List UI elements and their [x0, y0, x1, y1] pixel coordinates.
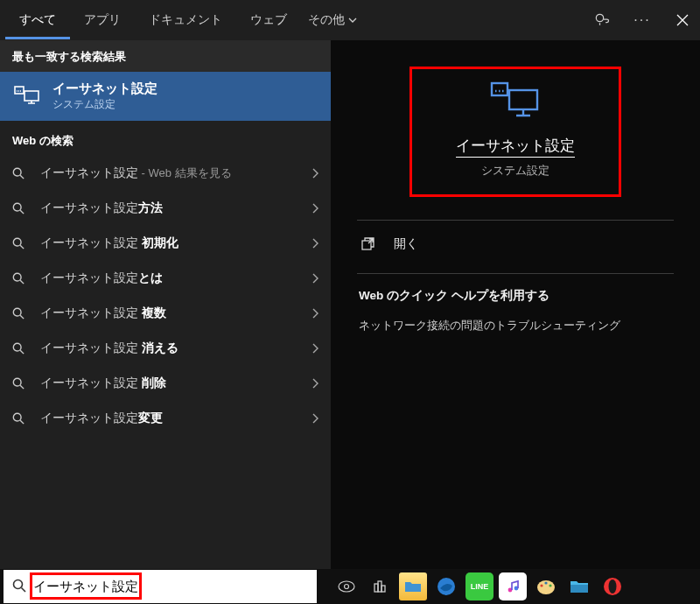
chevron-right-icon[interactable] — [312, 413, 318, 424]
section-web-search: Web の検索 — [0, 121, 331, 156]
web-suggestion-2[interactable]: イーサネット設定 初期化 — [0, 226, 331, 261]
cortana-icon[interactable] — [366, 572, 394, 600]
chevron-right-icon[interactable] — [312, 238, 318, 249]
feedback-button[interactable] — [590, 8, 614, 32]
search-icon — [12, 412, 30, 425]
web-suggestion-4[interactable]: イーサネット設定 複数 — [0, 296, 331, 331]
svg-point-15 — [339, 581, 354, 592]
search-icon — [12, 307, 30, 320]
web-suggestion-5[interactable]: イーサネット設定 消える — [0, 331, 331, 366]
opera-icon[interactable] — [598, 572, 626, 600]
web-suggestion-label: イーサネット設定方法 — [40, 200, 312, 216]
svg-point-4 — [13, 203, 21, 211]
svg-point-3 — [13, 168, 21, 176]
line-icon[interactable]: LINE — [466, 572, 494, 600]
svg-point-6 — [13, 273, 21, 281]
tab-documents[interactable]: ドキュメント — [135, 2, 236, 39]
results-panel: 最も一致する検索結果 イーサネット設定 システム設定 Web の検索 イーサネッ… — [0, 40, 331, 569]
web-suggestion-label: イーサネット設定とは — [40, 270, 312, 286]
preview-subtitle: システム設定 — [481, 163, 550, 179]
open-label: 開く — [394, 236, 418, 252]
svg-point-26 — [549, 584, 551, 586]
svg-point-25 — [544, 581, 547, 584]
task-view-icon[interactable] — [332, 572, 360, 600]
svg-rect-1 — [24, 91, 38, 101]
web-suggestion-1[interactable]: イーサネット設定方法 — [0, 191, 331, 226]
search-icon — [12, 342, 30, 355]
feedback-icon — [593, 11, 611, 29]
svg-point-29 — [609, 579, 617, 593]
open-icon — [360, 237, 378, 251]
options-button[interactable]: ··· — [630, 8, 654, 32]
svg-rect-2 — [15, 87, 24, 94]
web-suggestion-label: イーサネット設定 - Web 結果を見る — [40, 165, 312, 181]
svg-rect-19 — [382, 586, 385, 592]
svg-point-9 — [13, 378, 21, 386]
chevron-right-icon[interactable] — [312, 273, 318, 284]
web-suggestion-7[interactable]: イーサネット設定変更 — [0, 401, 331, 436]
svg-rect-12 — [492, 83, 508, 95]
section-best-match: 最も一致する検索結果 — [0, 40, 331, 72]
edge-icon[interactable] — [432, 572, 460, 600]
svg-point-14 — [14, 580, 23, 589]
close-button[interactable] — [670, 8, 695, 32]
svg-rect-27 — [570, 585, 588, 593]
web-suggestion-label: イーサネット設定 複数 — [40, 306, 312, 321]
search-icon — [12, 167, 30, 179]
tab-all[interactable]: すべて — [5, 2, 70, 39]
explorer-icon[interactable] — [399, 572, 427, 600]
search-tabs: すべて アプリ ドキュメント ウェブ その他 ··· — [0, 0, 700, 40]
tab-web[interactable]: ウェブ — [236, 2, 301, 39]
svg-point-16 — [345, 585, 349, 589]
best-match-title: イーサネット設定 — [52, 81, 158, 97]
more-icon: ··· — [634, 12, 650, 28]
paint-icon[interactable] — [532, 572, 560, 600]
best-match-item[interactable]: イーサネット設定 システム設定 — [0, 72, 331, 121]
chevron-right-icon[interactable] — [312, 203, 318, 214]
preview-panel: イーサネット設定 システム設定 開く Web のクイック ヘルプを利用する ネッ… — [331, 40, 700, 569]
svg-point-0 — [596, 14, 603, 21]
ethernet-settings-icon — [12, 81, 42, 111]
svg-point-7 — [13, 308, 21, 316]
chevron-down-icon — [348, 16, 357, 25]
web-suggestion-6[interactable]: イーサネット設定 削除 — [0, 366, 331, 401]
chevron-right-icon[interactable] — [312, 343, 318, 354]
web-suggestion-label: イーサネット設定 消える — [40, 341, 312, 356]
web-suggestion-label: イーサネット設定 初期化 — [40, 235, 312, 251]
web-suggestion-0[interactable]: イーサネット設定 - Web 結果を見る — [0, 156, 331, 191]
web-suggestion-label: イーサネット設定変更 — [40, 411, 312, 426]
close-icon — [676, 14, 689, 26]
folder-icon[interactable] — [565, 572, 593, 600]
search-icon — [12, 377, 30, 390]
svg-point-8 — [13, 343, 21, 351]
search-input[interactable] — [33, 573, 296, 600]
web-suggestion-label: イーサネット設定 削除 — [40, 376, 312, 391]
itunes-icon[interactable] — [499, 572, 527, 600]
web-suggestion-3[interactable]: イーサネット設定とは — [0, 261, 331, 296]
search-icon — [12, 237, 30, 249]
chevron-right-icon[interactable] — [312, 168, 318, 179]
svg-point-5 — [13, 238, 21, 246]
search-icon — [12, 579, 26, 593]
taskbar-search[interactable] — [4, 570, 317, 603]
quick-help-item[interactable]: ネットワーク接続の問題のトラブルシューティング — [357, 316, 674, 342]
preview-title: イーサネット設定 — [456, 136, 575, 158]
best-match-subtitle: システム設定 — [52, 97, 158, 112]
ethernet-settings-large-icon — [490, 81, 541, 122]
search-icon — [12, 272, 30, 284]
chevron-right-icon[interactable] — [312, 378, 318, 389]
tab-apps[interactable]: アプリ — [70, 2, 135, 39]
taskbar: LINE — [0, 569, 700, 604]
chevron-right-icon[interactable] — [312, 308, 318, 319]
tab-more[interactable]: その他 — [301, 2, 364, 39]
search-icon — [12, 202, 30, 214]
preview-card[interactable]: イーサネット設定 システム設定 — [410, 67, 621, 197]
quick-help-header: Web のクイック ヘルプを利用する — [357, 274, 674, 316]
svg-point-24 — [540, 584, 542, 586]
svg-point-10 — [13, 413, 21, 421]
svg-rect-11 — [509, 90, 537, 109]
open-action[interactable]: 開く — [357, 221, 674, 268]
